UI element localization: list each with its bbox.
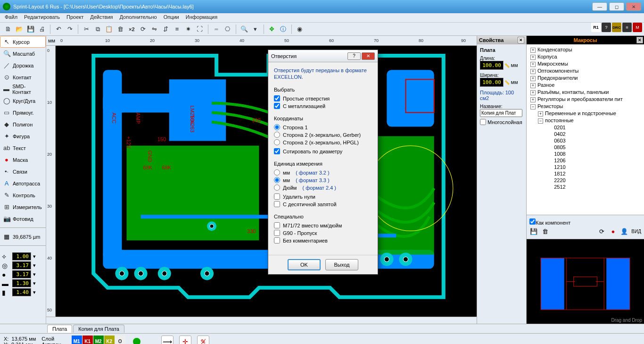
menu-options[interactable]: Опции	[164, 14, 179, 21]
info-icon[interactable]: ⓘ	[278, 24, 289, 34]
delete-icon[interactable]: 🗑	[115, 24, 125, 34]
delete-zeros-checkbox[interactable]: Удалить нули	[274, 193, 372, 200]
tree-node[interactable]: 1210	[528, 164, 642, 170]
unit-inch-radio[interactable]: Дюйм( формат 2.4 )	[274, 185, 372, 191]
help-icon[interactable]: ?	[602, 23, 611, 32]
tool-полигон[interactable]: ◆Полигон	[0, 118, 46, 130]
tool-фигура[interactable]: ✦Фигура	[0, 130, 46, 142]
layer-k2[interactable]: K2	[104, 336, 115, 344]
layer-k1[interactable]: K1	[83, 336, 93, 344]
r1-button[interactable]: R1	[591, 23, 601, 32]
mirror-h-icon[interactable]: ⇋	[149, 24, 160, 34]
layer-o[interactable]: O	[115, 336, 125, 344]
tool-контакт[interactable]: ⊙Контакт	[0, 71, 46, 83]
snap-icon[interactable]: ✷	[183, 24, 194, 34]
close-icon[interactable]: ✕	[636, 37, 643, 43]
tree-node[interactable]: +Разъёмы, контакты, панельки	[528, 89, 642, 96]
menu-file[interactable]: Файл	[5, 14, 17, 21]
no-pen-icon[interactable]: ✎̸	[197, 336, 209, 344]
maximize-button[interactable]: ◻	[609, 2, 624, 11]
side1-radio[interactable]: Сторона 1	[274, 124, 372, 130]
redo-icon[interactable]: ↷	[65, 24, 75, 34]
width-input[interactable]: 100.00	[480, 78, 504, 87]
minimize-button[interactable]: —	[592, 2, 607, 11]
tool-контроль[interactable]: ✎Контроль	[0, 189, 46, 201]
duplicate-icon[interactable]: ×2	[126, 24, 137, 34]
auto-icon[interactable]: ⎔	[223, 24, 233, 34]
active-layer-indicator[interactable]	[133, 338, 140, 344]
tree-node[interactable]: 1206	[528, 157, 642, 164]
tool-текст[interactable]: abТекст	[0, 142, 46, 154]
menu-extra[interactable]: Дополнительно	[119, 14, 157, 21]
tool-измеритель[interactable]: ⊞Измеритель	[0, 201, 46, 213]
pcb-canvas[interactable]: +12V LM2596 TO-263 150 GND 68K 68K ACC A…	[56, 46, 477, 317]
param-smd-w[interactable]: ▬1.30▾	[2, 279, 44, 287]
align-icon[interactable]: ≡	[172, 24, 182, 34]
tree-node[interactable]: +Переменные и подстроечные	[528, 110, 642, 117]
tree-node[interactable]: +Корпуса	[528, 53, 642, 60]
paste-icon[interactable]: 📋	[104, 24, 114, 34]
close-icon[interactable]: ✕	[518, 37, 524, 43]
tool-круг/дуга[interactable]: ◯Круг/Дуга	[0, 95, 46, 107]
open-icon[interactable]: 📂	[14, 24, 25, 34]
ok-button[interactable]: OK	[288, 259, 321, 270]
record-icon[interactable]: ●	[609, 227, 617, 235]
rotate-icon[interactable]: ⟳	[138, 24, 149, 34]
tree-node[interactable]: 0805	[528, 144, 642, 151]
tab-copy[interactable]: Копия для Плата	[73, 325, 124, 333]
tree-node[interactable]: +Разное	[528, 82, 642, 89]
tree-node[interactable]: 1008	[528, 151, 642, 157]
dialog-close-button[interactable]: ✕	[362, 52, 375, 60]
connections-toggle-icon[interactable]: ⟿	[161, 336, 173, 344]
menu-edit[interactable]: Редактировать	[24, 14, 60, 21]
param-pad-outer[interactable]: ◎3.17▾	[2, 261, 44, 269]
param-pad-inner[interactable]: ●3.17▾	[2, 270, 44, 278]
decimal-comma-checkbox[interactable]: С десятичной запятой	[274, 201, 372, 207]
tree-node[interactable]: 2220	[528, 177, 642, 184]
save-macro-icon[interactable]: 💾	[529, 227, 538, 235]
param-smd-h[interactable]: ▮1.40▾	[2, 288, 44, 296]
menu-project[interactable]: Проект	[66, 14, 83, 21]
tool-маска[interactable]: ●Маска	[0, 154, 46, 166]
dialog-titlebar[interactable]: Отверстия ? ✕	[268, 50, 378, 62]
tool-прямоуг.[interactable]: ▭Прямоуг.	[0, 107, 46, 118]
menu-info[interactable]: Информация	[186, 14, 217, 21]
multilayer-checkbox[interactable]: Многослойная	[480, 119, 523, 125]
no-comments-checkbox[interactable]: Без комментариев	[274, 237, 372, 243]
grid-setting[interactable]: ▦39,6875 µm	[0, 231, 46, 243]
save-icon[interactable]: 💾	[25, 24, 36, 34]
layer-м2[interactable]: М2	[93, 336, 104, 344]
board-name-input[interactable]	[480, 109, 522, 117]
print-icon[interactable]: 🖨	[37, 24, 47, 34]
g90-checkbox[interactable]: G90 - Пропуск	[274, 230, 372, 236]
plated-holes-checkbox[interactable]: С металлизацией	[274, 103, 372, 109]
tree-node[interactable]: +Оптокомпоненты	[528, 67, 642, 75]
transparency-icon[interactable]: ✥	[267, 24, 277, 34]
tree-node[interactable]: 0603	[528, 137, 642, 144]
exit-button[interactable]: Выход	[325, 259, 358, 270]
tree-node[interactable]: +Конденсаторы	[528, 46, 642, 53]
tool-курсор[interactable]: ↖Курсор	[0, 36, 46, 48]
scanned-icon[interactable]: ◉	[295, 24, 305, 34]
refresh-icon[interactable]: ▾	[250, 24, 261, 34]
props-icon[interactable]: ≡	[622, 23, 632, 32]
connections-icon[interactable]: ⎓	[211, 24, 222, 34]
macros-tree[interactable]: +Конденсаторы+Корпуса+Микросхемы+Оптоком…	[527, 44, 644, 215]
tool-автотрасса[interactable]: AАвтотрасса	[0, 177, 46, 189]
view-icon[interactable]: 👤	[620, 227, 628, 235]
dialog-help-button[interactable]: ?	[347, 52, 361, 60]
cut-icon[interactable]: ✂	[81, 24, 91, 34]
drc-button[interactable]: DRC	[612, 23, 621, 32]
layer-m1[interactable]: M1	[72, 336, 82, 344]
tool-дорожка[interactable]: ／Дорожка	[0, 59, 46, 71]
tab-board[interactable]: Плата	[47, 325, 72, 333]
tree-node[interactable]: +Микросхемы	[528, 60, 642, 67]
sort-diameter-checkbox[interactable]: Сотировать по диаметру	[274, 148, 372, 154]
group-icon[interactable]: ⛶	[195, 24, 205, 34]
copy-icon[interactable]: ⧉	[92, 24, 103, 34]
tree-node[interactable]: +Регуляторы и преобразователи пит	[528, 96, 642, 103]
mirror-v-icon[interactable]: ⇵	[161, 24, 171, 34]
unit-mm32-radio[interactable]: мм( формат 3.2 )	[274, 169, 372, 176]
reload-icon[interactable]: ⟳	[597, 227, 606, 235]
as-component-checkbox[interactable]: Как компонент	[529, 218, 570, 226]
